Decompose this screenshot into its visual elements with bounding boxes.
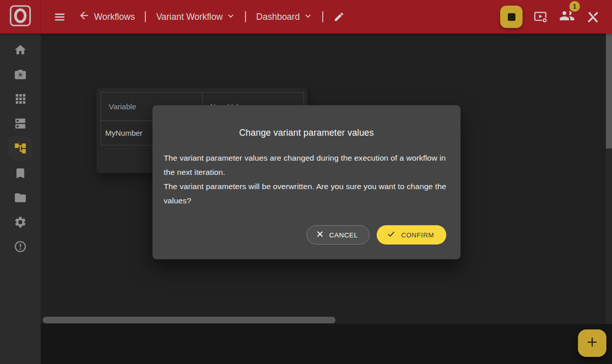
top-app-bar: Workflows Variant Workflow Dashboard: [0, 0, 612, 34]
alert-icon: [14, 240, 27, 253]
bottom-panel: [41, 324, 606, 364]
sidebar-item-apps[interactable]: [8, 86, 33, 111]
camera-icon: [14, 68, 27, 81]
apps-grid-icon: [14, 93, 26, 105]
dialog-paragraph-2: The variant parameters will be overwritt…: [164, 179, 449, 208]
dialog-paragraph-1: The variant parameter values are changed…: [164, 151, 449, 179]
bookmark-icon: [14, 167, 27, 180]
users-count-badge: 1: [569, 1, 580, 12]
back-arrow-icon: [78, 10, 90, 24]
datasets-icon: [14, 117, 27, 130]
sidebar-item-datasets[interactable]: [8, 111, 33, 136]
view-name-label: Dashboard: [256, 12, 300, 22]
horizontal-scrollbar-thumb[interactable]: [43, 317, 335, 323]
breadcrumb-divider: [245, 11, 246, 22]
app-logo[interactable]: [0, 0, 41, 34]
plus-icon: [586, 336, 599, 351]
sidebar-item-alerts[interactable]: [8, 234, 33, 259]
confirm-dialog: Change variant parameter values The vari…: [152, 105, 461, 259]
workflow-selector[interactable]: Variant Workflow: [156, 12, 235, 22]
home-icon: [14, 43, 27, 56]
back-to-workflows[interactable]: Workflows: [78, 10, 135, 24]
dialog-title: Change variant parameter values: [152, 128, 461, 138]
workflow-name-label: Variant Workflow: [156, 12, 223, 22]
sidebar-item-bookmarks[interactable]: [8, 161, 33, 186]
sidebar-item-settings[interactable]: [8, 210, 33, 234]
connected-users[interactable]: 1: [559, 9, 575, 24]
chevron-down-icon: [227, 12, 235, 22]
breadcrumb-divider: [145, 11, 146, 22]
sidebar-item-camera[interactable]: [8, 62, 33, 86]
vertical-scrollbar-thumb[interactable]: [606, 34, 612, 148]
horizontal-scrollbar[interactable]: [41, 316, 606, 324]
add-button[interactable]: [578, 329, 606, 357]
folder-icon: [14, 191, 27, 204]
sidebar-item-files[interactable]: [8, 186, 33, 210]
confirm-button-label: CONFIRM: [401, 231, 434, 239]
sidebar-item-workflows[interactable]: [8, 136, 33, 161]
breadcrumb-section-label: Workflows: [94, 12, 135, 22]
menu-icon[interactable]: [53, 11, 66, 23]
breadcrumb: Workflows Variant Workflow Dashboard: [53, 10, 345, 24]
dialog-actions: CANCEL CONFIRM: [307, 225, 446, 245]
chevron-down-icon: [304, 12, 312, 22]
settings-icon: [14, 216, 27, 229]
workflows-icon: [14, 142, 27, 155]
edit-pencil-icon[interactable]: [333, 11, 345, 22]
close-icon: [316, 230, 324, 239]
disconnect-icon[interactable]: [586, 10, 600, 24]
cancel-button[interactable]: CANCEL: [307, 225, 370, 245]
topbar-actions: 1: [500, 6, 612, 28]
stop-button[interactable]: [500, 6, 523, 28]
view-selector[interactable]: Dashboard: [256, 12, 312, 22]
breadcrumb-divider: [322, 11, 323, 22]
check-icon: [387, 230, 395, 240]
vertical-scrollbar[interactable]: [606, 34, 612, 324]
cancel-button-label: CANCEL: [329, 231, 358, 239]
confirm-button[interactable]: CONFIRM: [377, 225, 446, 245]
logo-icon: [9, 4, 32, 29]
dialog-body: The variant parameter values are changed…: [164, 151, 449, 208]
stop-icon: [508, 13, 515, 21]
left-nav-rail: [0, 34, 41, 364]
sidebar-item-home[interactable]: [8, 38, 33, 62]
video-settings-icon[interactable]: [534, 10, 548, 23]
